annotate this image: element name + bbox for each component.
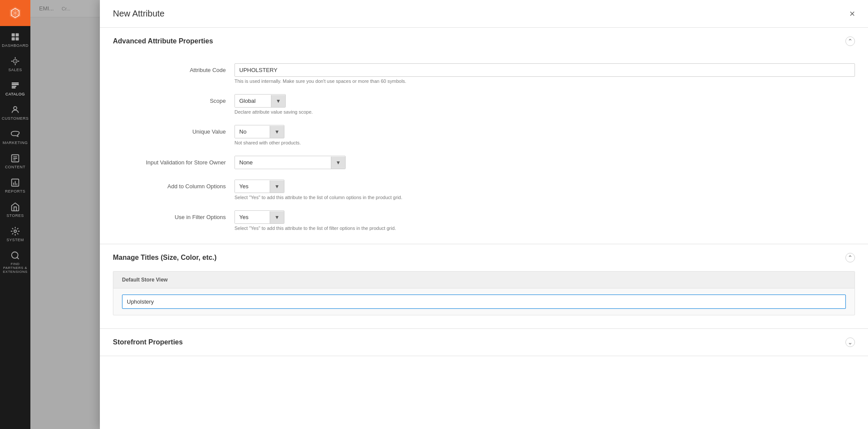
storefront-properties-section: Storefront Properties ⌄: [100, 329, 868, 356]
input-validation-control: None Decimal Number Integer Number Email…: [234, 156, 855, 169]
storefront-section-title: Storefront Properties: [113, 338, 183, 346]
sidebar-item-dashboard[interactable]: DASHBOARD: [0, 28, 30, 52]
add-to-column-select[interactable]: Yes No: [235, 180, 270, 193]
scope-dropdown-button[interactable]: ▼: [271, 95, 285, 107]
sidebar-item-customers[interactable]: CUSTOMERS: [0, 101, 30, 125]
sidebar-item-reports[interactable]: REPORTS: [0, 174, 30, 198]
sidebar-item-system[interactable]: SYSTEM: [0, 222, 30, 246]
add-to-column-select-group: Yes No ▼: [234, 180, 284, 193]
scope-control: Global Website Store View ▼ Declare attr…: [234, 94, 855, 115]
sidebar-item-label: DASHBOARD: [2, 43, 29, 48]
sidebar-item-stores[interactable]: STORES: [0, 198, 30, 222]
manage-titles-section-header[interactable]: Manage Titles (Size, Color, etc.) ⌃: [100, 244, 868, 271]
add-to-column-control: Yes No ▼ Select "Yes" to add this attrib…: [234, 180, 855, 200]
main-area: EMI... Cr... New Attribute × Advanced At…: [30, 0, 868, 429]
advanced-properties-section: Advanced Attribute Properties ⌃ Attribut…: [100, 28, 868, 244]
manage-titles-default-store-input[interactable]: [122, 295, 846, 309]
scope-select[interactable]: Global Website Store View: [235, 95, 271, 107]
svg-rect-3: [16, 37, 19, 40]
advanced-section-body: Attribute Code This is used internally. …: [100, 55, 868, 244]
svg-rect-2: [12, 37, 15, 40]
manage-titles-table: Default Store View: [113, 271, 855, 315]
input-validation-select[interactable]: None Decimal Number Integer Number Email…: [235, 156, 331, 169]
manage-titles-section: Manage Titles (Size, Color, etc.) ⌃ Defa…: [100, 244, 868, 329]
svg-point-6: [13, 107, 17, 110]
modal-body: Advanced Attribute Properties ⌃ Attribut…: [100, 28, 868, 429]
scope-label: Scope: [113, 94, 234, 104]
modal-overlay: New Attribute × Advanced Attribute Prope…: [30, 0, 868, 429]
use-in-filter-hint: Select "Yes" to add this attribute to th…: [234, 226, 855, 231]
input-validation-row: Input Validation for Store Owner None De…: [113, 156, 855, 169]
unique-value-row: Unique Value No Yes ▼ Not shared with o: [113, 125, 855, 145]
sidebar-item-label: SALES: [8, 68, 22, 72]
sidebar-item-catalog[interactable]: CATALOG: [0, 76, 30, 101]
sidebar: DASHBOARD SALES CATALOG CUSTOMERS MARKET…: [0, 0, 30, 429]
advanced-section-header[interactable]: Advanced Attribute Properties ⌃: [100, 28, 868, 55]
attribute-code-input[interactable]: [234, 63, 855, 77]
sidebar-item-sales[interactable]: SALES: [0, 52, 30, 76]
manage-titles-body: Default Store View: [100, 271, 868, 328]
manage-titles-section-toggle[interactable]: ⌃: [845, 253, 855, 262]
input-validation-dropdown-button[interactable]: ▼: [331, 157, 345, 169]
manage-titles-default-store-row: [113, 288, 855, 315]
unique-value-dropdown-button[interactable]: ▼: [270, 126, 284, 138]
manage-titles-section-title: Manage Titles (Size, Color, etc.): [113, 254, 217, 262]
advanced-section-toggle[interactable]: ⌃: [845, 36, 855, 46]
sidebar-logo[interactable]: [0, 0, 30, 26]
attribute-code-row: Attribute Code This is used internally. …: [113, 63, 855, 84]
unique-value-select[interactable]: No Yes: [235, 125, 270, 138]
new-attribute-modal: New Attribute × Advanced Attribute Prope…: [100, 0, 868, 429]
add-to-column-label: Add to Column Options: [113, 180, 234, 190]
sidebar-item-content[interactable]: CONTENT: [0, 149, 30, 174]
sidebar-item-label: CUSTOMERS: [2, 116, 29, 121]
scope-hint: Declare attribute value saving scope.: [234, 109, 855, 115]
use-in-filter-row: Use in Filter Options Yes No ▼ Select ": [113, 210, 855, 231]
sidebar-item-label: SYSTEM: [7, 238, 24, 242]
input-validation-label: Input Validation for Store Owner: [113, 156, 234, 166]
modal-title: New Attribute: [113, 9, 165, 19]
add-to-column-hint: Select "Yes" to add this attribute to th…: [234, 195, 855, 200]
svg-rect-1: [16, 33, 19, 36]
svg-rect-0: [12, 33, 15, 36]
modal-close-button[interactable]: ×: [849, 9, 855, 19]
attribute-code-hint: This is used internally. Make sure you d…: [234, 79, 855, 84]
sidebar-item-label: CONTENT: [5, 165, 26, 169]
sidebar-item-partners[interactable]: FIND PARTNERS & EXTENSIONS: [0, 246, 30, 278]
scope-select-group: Global Website Store View ▼: [234, 94, 286, 108]
svg-point-4: [15, 61, 16, 62]
advanced-section-title: Advanced Attribute Properties: [113, 37, 213, 45]
svg-point-9: [14, 230, 17, 233]
sidebar-item-label: STORES: [7, 213, 24, 218]
sidebar-item-marketing[interactable]: MARKETING: [0, 125, 30, 149]
use-in-filter-label: Use in Filter Options: [113, 210, 234, 220]
input-validation-select-group: None Decimal Number Integer Number Email…: [234, 156, 346, 169]
add-to-column-dropdown-button[interactable]: ▼: [270, 180, 284, 193]
unique-value-hint: Not shared with other products.: [234, 140, 855, 145]
svg-point-10: [12, 252, 18, 259]
use-in-filter-select-group: Yes No ▼: [234, 210, 284, 224]
storefront-section-toggle[interactable]: ⌄: [845, 337, 855, 347]
attribute-code-label: Attribute Code: [113, 63, 234, 73]
attribute-code-control: This is used internally. Make sure you d…: [234, 63, 855, 84]
sidebar-item-label: REPORTS: [5, 189, 26, 193]
manage-titles-default-store-label: Default Store View: [113, 272, 855, 288]
use-in-filter-select[interactable]: Yes No: [235, 211, 270, 223]
unique-value-control: No Yes ▼ Not shared with other products.: [234, 125, 855, 145]
unique-value-select-group: No Yes ▼: [234, 125, 284, 138]
scope-row: Scope Global Website Store View ▼: [113, 94, 855, 115]
add-to-column-row: Add to Column Options Yes No ▼ Select ": [113, 180, 855, 200]
sidebar-item-label: MARKETING: [3, 141, 28, 145]
sidebar-item-label: FIND PARTNERS & EXTENSIONS: [2, 262, 29, 274]
chevron-up-icon: ⌃: [848, 38, 853, 45]
modal-header: New Attribute ×: [100, 0, 868, 28]
chevron-up-icon: ⌃: [848, 254, 853, 261]
chevron-down-icon: ⌄: [848, 339, 853, 346]
storefront-section-header[interactable]: Storefront Properties ⌄: [100, 329, 868, 356]
use-in-filter-dropdown-button[interactable]: ▼: [270, 211, 284, 223]
use-in-filter-control: Yes No ▼ Select "Yes" to add this attrib…: [234, 210, 855, 231]
sidebar-item-label: CATALOG: [5, 92, 25, 96]
unique-value-label: Unique Value: [113, 125, 234, 135]
